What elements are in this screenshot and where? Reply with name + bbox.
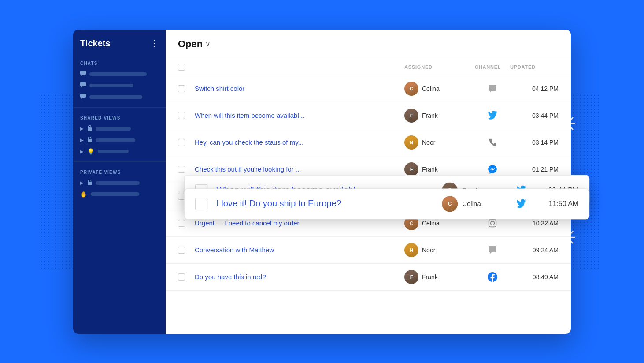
row-checkbox-1[interactable] [178, 85, 185, 92]
table-row[interactable]: When will this item become availabl... F… [166, 102, 571, 129]
noor-face: N [404, 135, 418, 150]
sidebar-item-bar [98, 150, 129, 153]
check-all-col [178, 64, 195, 71]
noor-face-2: N [404, 243, 418, 257]
check-all-checkbox[interactable] [178, 64, 185, 71]
row-subject-2: When will this item become availabl... [195, 112, 404, 119]
row-channel-8 [475, 272, 510, 282]
table-header: ASSIGNED CHANNEL UPDATED [166, 59, 571, 75]
sidebar-divider-2 [73, 161, 166, 162]
row-check-1 [178, 85, 195, 92]
sidebar-item-bar [89, 72, 147, 76]
row-updated-6: 10:32 AM [510, 220, 559, 227]
row-check-8 [178, 273, 195, 281]
sidebar: Tickets ⋮ CHATS [73, 30, 166, 334]
updated-col-header: UPDATED [510, 64, 559, 70]
svg-rect-10 [80, 82, 86, 86]
floating-row-europe[interactable]: I love it! Do you ship to Europe? C Celi… [184, 188, 589, 219]
sidebar-item-chat-2[interactable] [73, 80, 166, 91]
row-agent-1: C Celina [404, 82, 475, 96]
row-agent-8: F Frank [404, 270, 475, 284]
sidebar-item-bar [96, 127, 131, 131]
chat-icon-2 [80, 82, 86, 89]
svg-rect-15 [88, 139, 92, 142]
agent-name-8: Frank [422, 273, 438, 281]
agent-name-6: Celina [422, 220, 440, 227]
avatar-noor-3: N [404, 135, 418, 150]
row-checkbox-7[interactable] [178, 247, 185, 254]
twitter-channel-icon [488, 111, 497, 120]
sidebar-item-shared-3[interactable]: ▶ 💡 [73, 146, 166, 157]
table-row[interactable]: Conversation with Matthew N Noor 09:24 A… [166, 237, 571, 264]
row-updated-1: 04:12 PM [510, 85, 559, 92]
sidebar-item-private-1[interactable]: ▶ [73, 177, 166, 189]
floating-twitter-icon-2 [516, 199, 526, 209]
row-checkbox-6[interactable] [178, 220, 185, 227]
row-subject-8: Do you have this in red? [195, 273, 404, 281]
row-checkbox-8[interactable] [178, 273, 185, 281]
svg-rect-12 [80, 94, 86, 98]
agent-name-4: Frank [422, 166, 438, 173]
frank-face-3: F [404, 270, 418, 284]
instagram-channel-icon [488, 219, 497, 228]
row-channel-3 [475, 138, 510, 147]
assigned-col-header: ASSIGNED [404, 64, 475, 70]
row-subject-1: Switch shirt color [195, 85, 404, 92]
facebook-channel-icon [488, 272, 497, 282]
sidebar-item-shared-2[interactable]: ▶ [73, 135, 166, 146]
agent-name-7: Noor [422, 247, 435, 254]
sidebar-item-bar [96, 138, 135, 142]
sidebar-menu-icon[interactable]: ⋮ [150, 38, 159, 48]
row-checkbox-2[interactable] [178, 112, 185, 119]
svg-marker-18 [490, 91, 492, 93]
row-subject-7: Conversation with Matthew [195, 246, 404, 254]
sidebar-section-shared-label: SHARED VIEWS [73, 112, 166, 123]
sidebar-item-shared-1[interactable]: ▶ [73, 123, 166, 135]
agent-name-2: Frank [422, 112, 438, 119]
row-updated-8: 08:49 AM [510, 273, 559, 281]
status-label: Open [178, 38, 203, 50]
floating-checkbox-2[interactable] [195, 198, 207, 210]
row-channel-6 [475, 219, 510, 228]
chat-channel-icon [488, 84, 497, 93]
table-row[interactable]: Do you have this in red? F Frank 08:49 A… [166, 264, 571, 291]
table-row[interactable]: Switch shirt color C Celina 04:12 PM [166, 75, 571, 102]
arrow-icon-3: ▶ [80, 149, 84, 154]
svg-rect-22 [489, 246, 496, 252]
sidebar-item-bar [89, 95, 142, 99]
svg-rect-19 [489, 219, 496, 227]
svg-rect-8 [80, 71, 86, 75]
sidebar-item-chat-3[interactable] [73, 91, 166, 103]
floating-celina-face: C [442, 196, 458, 212]
row-agent-4: F Frank [404, 162, 475, 176]
svg-marker-13 [81, 98, 82, 99]
channel-col-header: CHANNEL [475, 64, 510, 70]
sidebar-item-bar [91, 192, 139, 196]
arrow-icon-4: ▶ [80, 180, 84, 185]
row-updated-4: 01:21 PM [510, 166, 559, 173]
agent-name-1: Celina [422, 85, 440, 92]
floating-row-agent-2: C Celina [442, 196, 508, 212]
status-dropdown-chevron[interactable]: ∨ [205, 40, 211, 48]
sidebar-item-private-2[interactable]: ✋ [73, 189, 166, 200]
phone-channel-icon [488, 138, 497, 147]
svg-rect-17 [489, 85, 496, 91]
celina-face: C [404, 82, 418, 96]
table-row[interactable]: Hey, can you check the staus of my... N … [166, 129, 571, 156]
row-check-4 [178, 166, 195, 173]
floating-avatar-celina: C [442, 196, 458, 212]
row-subject-4: Check this out if you're looking for ... [195, 165, 404, 173]
svg-point-21 [494, 221, 495, 221]
sidebar-divider-1 [73, 107, 166, 108]
sidebar-section-private-label: PRIVATE VIEWS [73, 166, 166, 177]
bulb-icon: 💡 [87, 148, 94, 155]
row-checkbox-3[interactable] [178, 139, 185, 146]
chat-icon-1 [80, 71, 86, 78]
sidebar-title: Tickets [80, 38, 111, 49]
row-agent-7: N Noor [404, 243, 475, 257]
sidebar-item-chat-1[interactable] [73, 68, 166, 80]
row-checkbox-4[interactable] [178, 166, 185, 173]
frank-face-2: F [404, 162, 418, 176]
row-updated-2: 03:44 PM [510, 112, 559, 119]
svg-marker-23 [490, 252, 492, 254]
